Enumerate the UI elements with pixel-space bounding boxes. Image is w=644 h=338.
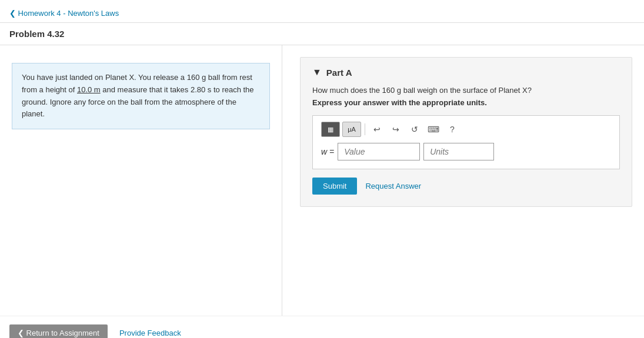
keyboard-button[interactable]: ⌨ (425, 122, 442, 137)
problem-title: Problem 4.32 (0, 23, 644, 45)
help-icon: ? (450, 125, 455, 134)
toolbar: ▦ μA ↩ ↪ ↺ ⌨ (321, 122, 611, 137)
toolbar-separator (365, 123, 365, 135)
submit-button[interactable]: Submit (312, 178, 357, 195)
right-panel: ▼ Part A How much does the 160 g ball we… (282, 45, 644, 316)
question-text: How much does the 160 g ball weigh on th… (312, 86, 620, 95)
part-header: ▼ Part A (312, 67, 620, 78)
left-panel: You have just landed on Planet X. You re… (0, 45, 282, 316)
units-input[interactable] (423, 143, 494, 160)
return-button[interactable]: ❮ Return to Assignment (9, 324, 108, 338)
equation-row: w = (321, 143, 611, 160)
redo-icon: ↪ (392, 125, 399, 134)
undo-button[interactable]: ↩ (369, 122, 385, 137)
bottom-bar: ❮ Return to Assignment Provide Feedback (0, 316, 644, 338)
problem-text: You have just landed on Planet X. You re… (12, 63, 270, 129)
refresh-button[interactable]: ↺ (406, 122, 423, 137)
feedback-link[interactable]: Provide Feedback (119, 329, 181, 337)
equation-label: w = (321, 147, 334, 156)
keyboard-icon: ⌨ (428, 125, 439, 134)
help-button[interactable]: ? (444, 122, 461, 137)
undo-icon: ↩ (373, 125, 381, 134)
mu-button[interactable]: μA (342, 122, 361, 137)
part-a-section: ▼ Part A How much does the 160 g ball we… (300, 57, 632, 207)
part-label: Part A (326, 68, 352, 78)
answer-instruction: Express your answer with the appropriate… (312, 98, 620, 107)
value-input[interactable] (338, 143, 420, 160)
part-arrow-icon[interactable]: ▼ (312, 67, 322, 78)
mu-icon: μA (348, 126, 356, 133)
input-box: ▦ μA ↩ ↪ ↺ ⌨ (312, 115, 620, 169)
redo-button[interactable]: ↪ (388, 122, 404, 137)
back-link[interactable]: ❮ Homework 4 - Newton's Laws (9, 9, 119, 18)
request-answer-link[interactable]: Request Answer (365, 182, 421, 190)
action-row: Submit Request Answer (312, 178, 620, 195)
refresh-icon: ↺ (411, 125, 418, 134)
grid-icon: ▦ (328, 126, 333, 133)
top-nav: ❮ Homework 4 - Newton's Laws (0, 0, 644, 23)
grid-button[interactable]: ▦ (321, 122, 340, 137)
